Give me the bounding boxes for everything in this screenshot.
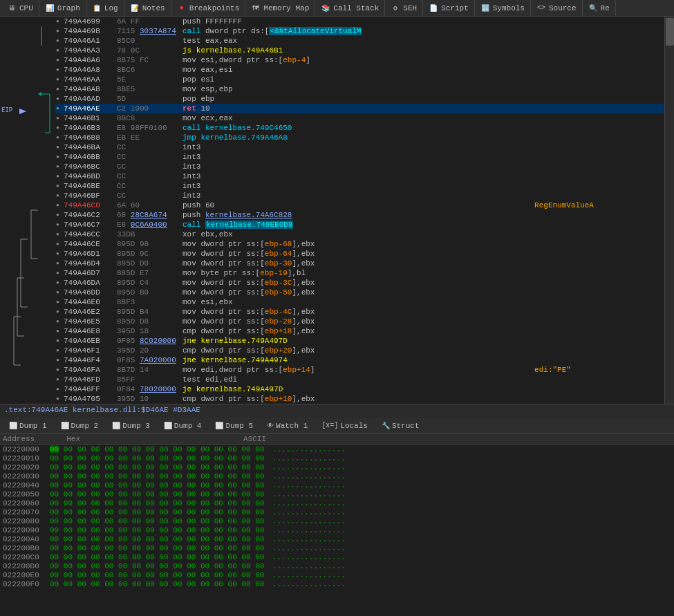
disasm-row[interactable]: ●749A46AB8BE5mov esp,ebp <box>55 84 664 94</box>
row-dot: ● <box>55 26 61 36</box>
disasm-row[interactable]: ●749A46B3E8 98FF0100call kernelbase.749C… <box>55 123 664 133</box>
dump-row-address: 022200D0 <box>0 561 48 570</box>
tab-dump4[interactable]: ⬜ Dump 4 <box>158 419 208 433</box>
disasm-row[interactable]: ●749A46E2895D B4mov dword ptr ss:[ebp-4C… <box>55 307 664 317</box>
disasm-row[interactable]: ●749A46F40F85 7A020000jne kernelbase.749… <box>55 355 664 365</box>
toolbar-memmap[interactable]: 🗺 Memory Map <box>245 0 315 16</box>
disasm-row[interactable]: ●749A46D1895D 9Cmov dword ptr ss:[ebp-64… <box>55 249 664 259</box>
toolbar-cpu[interactable]: 🖥 CPU <box>1 0 39 16</box>
disasm-row[interactable]: ●749A469B7115 3037A874call dword ptr ds:… <box>55 26 664 36</box>
toolbar-seh[interactable]: ⚙ SEH <box>385 0 423 16</box>
toolbar-source[interactable]: <> Source <box>531 0 583 16</box>
disasm-row[interactable]: ●749A46BECCint3 <box>55 181 664 191</box>
row-address: 749A46BE <box>61 181 115 191</box>
disasm-row[interactable]: ●749A46E8395D 18cmp dword ptr ss:[ebp+18… <box>55 326 664 336</box>
row-comment <box>532 17 664 26</box>
disasm-row[interactable]: ●749A46FA8B7D 14mov edi,dword ptr ss:[eb… <box>55 365 664 375</box>
disasm-row[interactable]: ●749A46A88BC6mov eax,esi <box>55 65 664 75</box>
row-hex: 0F84 78020000 <box>115 384 180 394</box>
disasm-row[interactable]: ●749A46BDCCint3 <box>55 171 664 181</box>
row-hex: 5E <box>115 75 180 84</box>
toolbar-re[interactable]: 🔍 Re <box>583 0 616 16</box>
dump-row[interactable]: 0222000000 00 00 00 00 00 00 00 00 00 00… <box>0 445 674 454</box>
disasm-row[interactable]: ●749A46DA895D C4mov dword ptr ss:[ebp-3C… <box>55 278 664 288</box>
dump-row[interactable]: 0222002000 00 00 00 00 00 00 00 00 00 00… <box>0 463 674 472</box>
toolbar-graph[interactable]: 📊 Graph <box>39 0 86 16</box>
dump-row[interactable]: 022200F000 00 00 00 00 00 00 00 00 00 00… <box>0 579 674 588</box>
dump-row[interactable]: 0222009000 00 00 00 00 00 00 00 00 00 00… <box>0 525 674 534</box>
disasm-row[interactable]: ●749A46AD5Dpop ebp <box>55 94 664 104</box>
toolbar-log[interactable]: 📋 Log <box>86 0 124 16</box>
dump-row[interactable]: 0222001000 00 00 00 00 00 00 00 00 00 00… <box>0 454 674 463</box>
row-address: 749A46FA <box>61 365 115 375</box>
disasm-row[interactable]: ●749A46A68B75 FCmov esi,dword ptr ss:[eb… <box>55 55 664 65</box>
dump-row[interactable]: 022200C000 00 00 00 00 00 00 00 00 00 00… <box>0 552 674 561</box>
disasm-pane: EIP ●749A46996A FFpush FFFFFFFF●749A469B… <box>0 17 674 404</box>
disasm-row[interactable]: ●749A46A185C0test eax,eax <box>55 36 664 46</box>
row-address: 749A46A1 <box>61 36 115 46</box>
disasm-row[interactable]: ●749A4705395D 10cmp dword ptr ss:[ebp+10… <box>55 394 664 404</box>
dump-row[interactable]: 0222008000 00 00 00 00 00 00 00 00 00 00… <box>0 516 674 525</box>
disasm-row[interactable]: ●749A46BCCCint3 <box>55 162 664 171</box>
disasm-row[interactable]: ●749A46FD85FFtest edi,edi <box>55 375 664 384</box>
dump-row[interactable]: 0222003000 00 00 00 00 00 00 00 00 00 00… <box>0 472 674 480</box>
disasm-row[interactable]: ●749A46CE895D 98mov dword ptr ss:[ebp-68… <box>55 239 664 249</box>
disasm-row[interactable]: ●749A46A378 0Cjs kernelbase.749A46B1 <box>55 46 664 55</box>
disasm-row[interactable]: ●749A46BFCCint3 <box>55 191 664 200</box>
row-comment <box>532 46 664 55</box>
dump-row[interactable]: 0222004000 00 00 00 00 00 00 00 00 00 00… <box>0 480 674 489</box>
row-hex: 895D 9C <box>115 249 180 259</box>
dump-content: 0222000000 00 00 00 00 00 00 00 00 00 00… <box>0 445 674 607</box>
toolbar-memmap-label: Memory Map <box>263 4 309 12</box>
toolbar-breakpoints[interactable]: ● Breakpoints <box>171 0 246 16</box>
status-bar: .text:749A46AE kernelbase.dll:$D46AE #D3… <box>0 404 674 418</box>
toolbar-callstack[interactable]: 📚 Call Stack <box>315 0 385 16</box>
toolbar-symbols[interactable]: 🔣 Symbols <box>475 0 531 16</box>
tab-dump3[interactable]: ⬜ Dump 3 <box>106 419 156 433</box>
disasm-row[interactable]: ●749A46CC33DBxor ebx,ebx <box>55 230 664 239</box>
disasm-scrollbar[interactable] <box>664 17 674 404</box>
tab-dump1[interactable]: ⬜ Dump 1 <box>3 419 53 433</box>
disasm-row[interactable]: ●749A46DD895D B0mov dword ptr ss:[ebp-50… <box>55 288 664 297</box>
disasm-row[interactable]: ●749A46996A FFpush FFFFFFFF <box>55 17 664 26</box>
disasm-row[interactable]: ●749A46C268 28C8A674push kernelbase.74A6… <box>55 210 664 220</box>
row-address: 749A46C2 <box>61 210 115 220</box>
disasm-row[interactable]: ●749A46B8EB EEjmp kernelbase.749A46A8 <box>55 133 664 142</box>
dump-row-hex: 00 00 00 00 00 00 00 00 00 00 00 00 00 0… <box>48 454 270 463</box>
disasm-row[interactable]: ●749A46B18BC8mov ecx,eax <box>55 113 664 123</box>
row-asm: pop ebp <box>180 94 532 104</box>
row-hex: 68 28C8A674 <box>115 210 180 220</box>
toolbar-notes[interactable]: 📝 Notes <box>124 0 171 16</box>
dump-row[interactable]: 022200A000 00 00 00 00 00 00 00 00 00 00… <box>0 534 674 543</box>
dump-row[interactable]: 022200E000 00 00 00 00 00 00 00 00 00 00… <box>0 570 674 579</box>
disasm-row[interactable]: ●749A46FF0F84 78020000je kernelbase.749A… <box>55 384 664 394</box>
disasm-row[interactable]: ●749A46AA5Epop esi <box>55 75 664 84</box>
tab-struct[interactable]: 🔧 Struct <box>375 419 426 433</box>
disasm-row[interactable]: ●749A46E5895D D8mov dword ptr ss:[ebp-28… <box>55 317 664 326</box>
row-address: 749A46E0 <box>61 297 115 307</box>
tab-dump5[interactable]: ⬜ Dump 5 <box>209 419 259 433</box>
scrollbar-thumb[interactable] <box>666 18 674 46</box>
tab-locals[interactable]: [x=] Locals <box>315 419 374 433</box>
disasm-row[interactable]: ●749A46D7885D E7mov byte ptr ss:[ebp-19]… <box>55 268 664 278</box>
dump-row[interactable]: 022200B000 00 00 00 00 00 00 00 00 00 00… <box>0 543 674 552</box>
row-dot: ● <box>55 307 61 317</box>
disasm-row[interactable]: ●749A46BACCint3 <box>55 142 664 152</box>
disasm-row[interactable]: ●749A46D4895D D0mov dword ptr ss:[ebp-30… <box>55 259 664 268</box>
dump-row[interactable]: 0222006000 00 00 00 00 00 00 00 00 00 00… <box>0 498 674 507</box>
disasm-row[interactable]: ●749A46F1395D 20cmp dword ptr ss:[ebp+20… <box>55 346 664 355</box>
disasm-row[interactable]: ●749A46BBCCint3 <box>55 152 664 162</box>
disasm-row[interactable]: ●749A46AEC2 1000ret 10 <box>55 104 664 113</box>
toolbar-script[interactable]: 📄 Script <box>423 0 475 16</box>
dump-row[interactable]: 022200D000 00 00 00 00 00 00 00 00 00 00… <box>0 561 674 570</box>
dump-row[interactable]: 0222005000 00 00 00 00 00 00 00 00 00 00… <box>0 489 674 498</box>
disasm-row[interactable]: ●749A46C7E8 0C6A0400call kernelbase.749E… <box>55 220 664 230</box>
tab-watch1[interactable]: 👁 Watch 1 <box>261 419 314 433</box>
disasm-row[interactable]: ●749A46C06A 60push 60RegEnumValueA <box>55 200 664 210</box>
row-dot: ● <box>55 394 61 404</box>
dump-row[interactable]: 0222007000 00 00 00 00 00 00 00 00 00 00… <box>0 507 674 516</box>
disasm-row[interactable]: ●749A46E08BF3mov esi,ebx <box>55 297 664 307</box>
disasm-row[interactable]: ●749A46EB0F85 8C020000jne kernelbase.749… <box>55 336 664 346</box>
log-icon: 📋 <box>92 3 102 13</box>
tab-dump2[interactable]: ⬜ Dump 2 <box>55 419 105 433</box>
